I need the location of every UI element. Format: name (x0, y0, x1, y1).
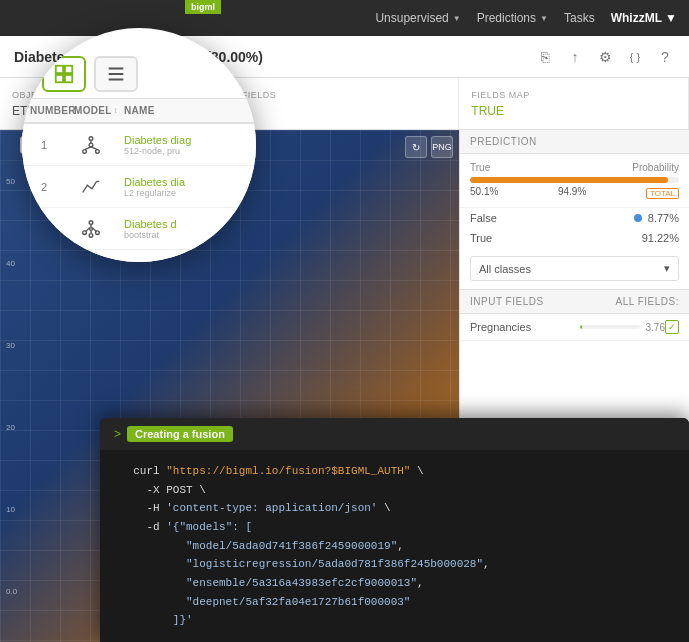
code-line-5: "model/5ada0d741f386f2459000019", (120, 537, 669, 556)
pred-true2-label: True (470, 232, 492, 244)
nav-predictions[interactable]: Predictions ▼ (477, 11, 548, 25)
pred-row-header: True Probability (470, 162, 679, 173)
field-name-pregnancies: Pregnancies (470, 321, 531, 333)
row1-name: Diabetes diag 512-node, pru (116, 130, 256, 160)
pred-total: TOTAL (646, 188, 679, 199)
input-section-header: INPUT FIELDS All fields: (460, 289, 689, 314)
nav-user[interactable]: WhizzML ▼ (611, 11, 677, 25)
code-line-3: -H 'content-type: application/json' \ (120, 499, 669, 518)
field-check-pregnancies[interactable]: ✓ (665, 320, 679, 334)
th-number[interactable]: Number ↕ (22, 99, 66, 122)
pred-true-pct: 50.1% (470, 186, 498, 199)
grid-view-button[interactable] (42, 56, 86, 92)
code-icon[interactable]: { } (625, 47, 645, 67)
row1-model-icon (66, 130, 116, 160)
code-line-1: curl "https://bigml.io/fusion?$BIGML_AUT… (120, 462, 669, 481)
svg-rect-1 (65, 66, 72, 73)
svg-point-7 (89, 136, 93, 140)
top-nav: Unsupervised ▼ Predictions ▼ Tasks Whizz… (0, 0, 689, 36)
row3-name: Diabetes d bootstrat (116, 214, 256, 244)
pred-bar-bg-main (470, 177, 679, 183)
code-line-8: "deepnet/5af32fa04e1727b61f000003" (120, 593, 669, 612)
floating-toolbar: Number ↕ Model ↕ Name 1 (22, 28, 256, 262)
input-fields-label: INPUT FIELDS (470, 296, 544, 307)
row2-model-icon (66, 172, 116, 202)
list-view-button[interactable] (94, 56, 138, 92)
row2-name: Diabetes dia L2 regularize (116, 172, 256, 202)
row2-num: 2 (22, 177, 66, 197)
pred-probability-label: Probability (632, 162, 679, 173)
pred-true-label: True (470, 162, 490, 173)
viz-axis-y: 50 40 30 20 10 0.0 (6, 130, 17, 642)
code-body: curl "https://bigml.io/fusion?$BIGML_AUT… (100, 450, 689, 642)
row3-model-icon (66, 214, 116, 244)
fields-count-label: FIELDS (242, 90, 447, 100)
svg-point-10 (89, 143, 93, 147)
row4-model-icon (66, 256, 116, 263)
all-fields-label: All fields: (616, 296, 680, 307)
svg-line-19 (86, 227, 90, 231)
fields-count-value: 9 (242, 104, 447, 118)
code-line-9: ]}' (120, 611, 669, 630)
field-bar-pregnancies (580, 325, 640, 329)
th-model[interactable]: Model ↕ (66, 99, 116, 122)
pred-false-value: 8.77% (648, 212, 679, 224)
fields-col-map: FIELDS MAP TRUE (459, 78, 689, 129)
svg-rect-0 (56, 66, 63, 73)
fields-map-value: TRUE (471, 104, 676, 118)
bigml-badge: bigml (185, 0, 221, 14)
code-panel: > Creating a fusion curl "https://bigml.… (100, 418, 689, 642)
panel-icons: ⎘ ↑ ⚙ { } ? (535, 47, 675, 67)
table-row[interactable]: 4 Diab (22, 250, 256, 262)
upload-icon[interactable]: ↑ (565, 47, 585, 67)
pred-class-true-row: True 91.22% (460, 228, 689, 248)
row1-num: 1 (22, 135, 66, 155)
svg-point-8 (83, 149, 87, 153)
code-arrow-icon: > (114, 427, 121, 441)
copy-icon[interactable]: ⎘ (535, 47, 555, 67)
prediction-header: PREDICTION (460, 130, 689, 154)
nav-unsupervised[interactable]: Unsupervised ▼ (375, 11, 460, 25)
svg-line-20 (92, 227, 96, 231)
th-name: Name (116, 99, 256, 122)
code-header: > Creating a fusion (100, 418, 689, 450)
code-line-2: -X POST \ (120, 481, 669, 500)
settings-icon[interactable]: ⚙ (595, 47, 615, 67)
nav-unsupervised-arrow: ▼ (453, 14, 461, 23)
table-row[interactable]: 2 Diabetes dia L2 regularize (22, 166, 256, 208)
code-title: Creating a fusion (127, 426, 233, 442)
pred-row-main: True Probability 50.1% 94.9% TOTAL (460, 154, 689, 208)
svg-point-9 (96, 149, 100, 153)
viz-refresh-btn[interactable]: ↻ (405, 136, 427, 158)
view-buttons (42, 56, 138, 92)
input-field-row-pregnancies: Pregnancies 3.76 ✓ (460, 314, 689, 341)
help-icon[interactable]: ? (655, 47, 675, 67)
svg-rect-3 (65, 75, 72, 82)
code-line-6: "logisticregression/5ada0d781f386f245b00… (120, 555, 669, 574)
row3-num: 3 (22, 219, 66, 239)
pred-class-false-row: False 8.77% (460, 208, 689, 228)
nav-tasks[interactable]: Tasks (564, 11, 595, 25)
fields-map-label: FIELDS MAP (471, 90, 676, 100)
pred-bar-main (470, 177, 668, 183)
code-line-4: -d '{"models": [ (120, 518, 669, 537)
row4-num: 4 (22, 261, 66, 263)
code-line-7: "ensemble/5a316a43983efc2cf9000013", (120, 574, 669, 593)
svg-rect-2 (56, 75, 63, 82)
false-dot (634, 214, 642, 222)
model-table-container: Number ↕ Model ↕ Name 1 (22, 98, 256, 262)
field-fill-pregnancies (580, 325, 582, 329)
pred-class-dropdown[interactable]: All classes ▾ (470, 256, 679, 281)
pred-prob-pct: 94.9% (558, 186, 586, 199)
table-row[interactable]: 3 Diabetes d bootstrat (22, 208, 256, 250)
viz-toolbar: ↻ PNG (405, 136, 453, 158)
table-row[interactable]: 1 Diabetes diag 512-node, pru (22, 124, 256, 166)
svg-point-22 (89, 233, 93, 237)
svg-line-13 (91, 146, 97, 149)
pred-true2-value: 91.22% (642, 232, 679, 244)
svg-point-15 (89, 220, 93, 224)
pred-false-label: False (470, 212, 497, 224)
fields-col-count: FIELDS 9 (230, 78, 460, 129)
viz-image-btn[interactable]: PNG (431, 136, 453, 158)
nav-predictions-arrow: ▼ (540, 14, 548, 23)
